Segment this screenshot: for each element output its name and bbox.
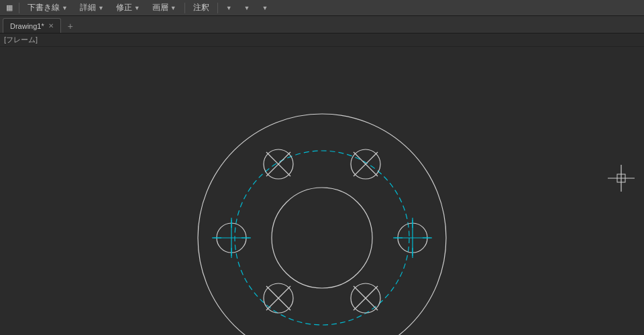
menu-extra-1[interactable]: ▼ (221, 3, 237, 13)
tab-add-button[interactable]: + (64, 19, 77, 33)
menu-layer-arrow: ▼ (170, 5, 176, 11)
technical-drawing (0, 47, 644, 335)
menu-annotation-label: 注釈 (193, 2, 209, 13)
menu-extra-2[interactable]: ▼ (239, 3, 256, 13)
menu-annotation[interactable]: 注釈 (188, 1, 215, 15)
menu-extra-3[interactable]: ▼ (257, 3, 274, 13)
dropdown-icon-3: ▼ (262, 5, 268, 11)
inner-circle (272, 188, 372, 288)
bolt-circle-dashed (235, 151, 409, 325)
dropdown-icon-1: ▼ (226, 5, 232, 11)
menu-modify-arrow: ▼ (134, 5, 140, 11)
separator-1 (19, 3, 19, 13)
frame-label: [フレーム] (4, 35, 38, 45)
separator-3 (217, 3, 218, 13)
menu-bar: ▦ 下書き線 ▼ 詳細 ▼ 修正 ▼ 画層 ▼ 注釈 ▼ ▼ ▼ (0, 0, 644, 16)
menu-draft-lines-label: 下書き線 (28, 2, 60, 13)
separator-2 (184, 3, 185, 13)
app-icon[interactable]: ▦ (3, 1, 16, 15)
menu-detail-arrow: ▼ (98, 5, 104, 11)
menu-draft-lines[interactable]: 下書き線 ▼ (22, 1, 73, 15)
tab-bar: Drawing1* ✕ + (0, 16, 644, 34)
model-label: [フレーム] (0, 34, 644, 47)
dropdown-icon-2: ▼ (244, 5, 250, 11)
drawing-canvas[interactable] (0, 47, 644, 335)
tab-drawing1-label: Drawing1* (10, 22, 44, 30)
menu-detail[interactable]: 詳細 ▼ (74, 1, 109, 15)
menu-modify-label: 修正 (116, 2, 132, 13)
outer-circle (198, 114, 446, 335)
tab-drawing1[interactable]: Drawing1* ✕ (3, 18, 61, 33)
menu-detail-label: 詳細 (80, 2, 96, 13)
menu-draft-lines-arrow: ▼ (62, 5, 68, 11)
menu-layer-label: 画層 (152, 2, 168, 13)
menu-modify[interactable]: 修正 ▼ (111, 1, 146, 15)
tab-close-icon[interactable]: ✕ (48, 22, 54, 29)
menu-layer[interactable]: 画層 ▼ (147, 1, 182, 15)
